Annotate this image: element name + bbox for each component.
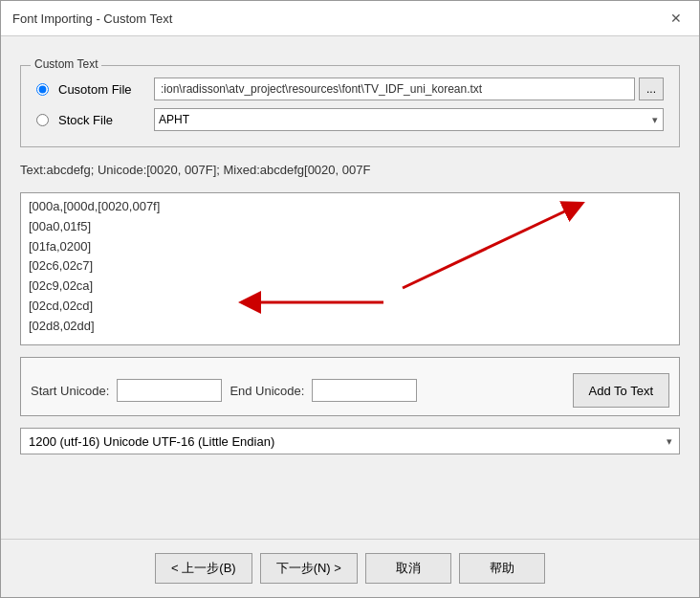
stock-select-wrapper: APHT <box>154 108 664 131</box>
stock-file-label: Stock File <box>58 113 144 127</box>
close-button[interactable]: ✕ <box>665 9 688 28</box>
window-title: Font Importing - Custom Text <box>12 11 172 26</box>
help-button[interactable]: 帮助 <box>459 553 545 584</box>
list-item[interactable]: [02d8,02dd] <box>27 317 673 337</box>
custom-file-label: Cusotom File <box>58 82 144 97</box>
custom-text-group: Custom Text Cusotom File ... Stock File … <box>20 65 680 147</box>
list-item[interactable]: [00a0,01f5] <box>27 217 673 237</box>
file-path-row: ... <box>154 78 664 100</box>
custom-file-row: Cusotom File ... <box>36 78 664 100</box>
stock-file-row: Stock File APHT <box>36 108 664 131</box>
list-box-container[interactable]: [000a,[000d,[0020,007f][00a0,01f5][01fa,… <box>20 192 680 345</box>
title-bar: Font Importing - Custom Text ✕ <box>1 1 699 36</box>
browse-button[interactable]: ... <box>639 78 664 100</box>
list-item[interactable]: [02cd,02cd] <box>27 297 673 317</box>
main-window: Font Importing - Custom Text ✕ Custom Te… <box>0 0 700 598</box>
next-button[interactable]: 下一步(N) > <box>260 553 358 584</box>
list-area: [000a,[000d,[0020,007f][00a0,01f5][01fa,… <box>20 192 680 345</box>
encoding-select-wrapper: 1200 (utf-16) Unicode UTF-16 (Little End… <box>20 428 680 454</box>
group-legend: Custom Text <box>31 57 101 71</box>
start-unicode-label: Start Unicode: <box>31 384 109 398</box>
info-text: Text:abcdefg; Unicode:[0020, 007F]; Mixe… <box>20 159 680 181</box>
list-item[interactable]: [01fa,0200] <box>27 237 673 257</box>
custom-file-radio[interactable] <box>36 83 49 96</box>
list-box: [000a,[000d,[0020,007f][00a0,01f5][01fa,… <box>21 193 679 341</box>
stock-select[interactable]: APHT <box>154 108 664 131</box>
bottom-bar: < 上一步(B) 下一步(N) > 取消 帮助 <box>1 539 699 597</box>
unicode-section: Start Unicode: End Unicode: Add To Text <box>20 357 680 416</box>
file-path-input[interactable] <box>154 78 635 100</box>
end-unicode-label: End Unicode: <box>230 384 304 398</box>
back-button[interactable]: < 上一步(B) <box>155 553 252 584</box>
end-unicode-input[interactable] <box>312 379 417 402</box>
list-item[interactable]: [000a,[000d,[0020,007f] <box>27 197 673 217</box>
add-to-text-button[interactable]: Add To Text <box>573 373 669 408</box>
main-content: Custom Text Cusotom File ... Stock File … <box>1 36 699 539</box>
stock-file-radio[interactable] <box>36 114 49 126</box>
start-unicode-input[interactable] <box>117 379 222 402</box>
encoding-select[interactable]: 1200 (utf-16) Unicode UTF-16 (Little End… <box>20 428 680 454</box>
unicode-add-row: Start Unicode: End Unicode: Add To Text <box>31 365 669 408</box>
encoding-row: 1200 (utf-16) Unicode UTF-16 (Little End… <box>20 428 680 454</box>
list-item[interactable]: [02c9,02ca] <box>27 277 673 297</box>
cancel-button[interactable]: 取消 <box>365 553 451 584</box>
list-item[interactable]: [02c6,02c7] <box>27 256 673 277</box>
